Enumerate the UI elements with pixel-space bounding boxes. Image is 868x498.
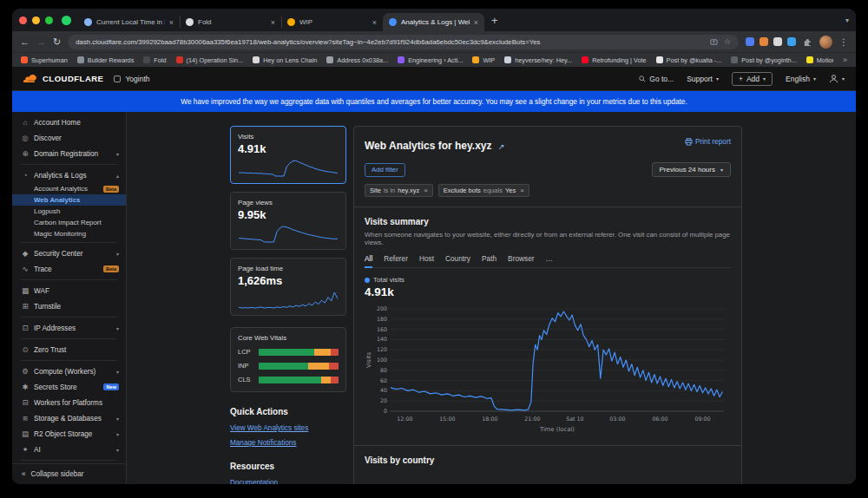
sidebar-item-compute-workers[interactable]: ⚙Compute (Workers)▾	[12, 364, 126, 379]
summary-tab-[interactable]: …	[546, 254, 553, 268]
browser-tab-analytics-logs-web-analy[interactable]: Analytics & Logs | Web Analy...×	[383, 13, 484, 31]
sidebar-item-ip-addresses[interactable]: ⊡IP Addresses▾	[12, 320, 126, 336]
zoom-window-button[interactable]	[45, 16, 53, 24]
bookmark-hey-on-lens-chain[interactable]: Hey on Lens Chain	[253, 56, 317, 64]
bookmark-favicon	[77, 56, 84, 63]
bookmark-builder-rewards[interactable]: Builder Rewards	[77, 56, 135, 64]
bookmark-star-icon[interactable]: ☆	[724, 37, 731, 46]
chip-remove-icon[interactable]: ×	[520, 187, 524, 194]
summary-tab-all[interactable]: All	[365, 254, 372, 268]
external-link-icon[interactable]: ↗	[498, 142, 505, 151]
sidebar-item-security-center[interactable]: ◆Security Center▾	[12, 246, 126, 261]
sidebar-item-analytics-logs[interactable]: ◔Analytics & Logs▴	[12, 167, 126, 183]
bookmark-post-by-kualta[interactable]: Post by @kualta -...	[656, 56, 722, 64]
tab-close-icon[interactable]: ×	[271, 18, 275, 27]
support-menu[interactable]: Support ▾	[687, 75, 719, 83]
tab-close-icon[interactable]: ×	[474, 18, 478, 27]
new-tab-button[interactable]: +	[491, 14, 498, 27]
account-switcher[interactable]: Yoginth	[114, 75, 149, 83]
profile-avatar[interactable]	[819, 36, 832, 49]
sidebar-item-logpush[interactable]: Logpush	[12, 206, 126, 217]
add-label: Add	[746, 75, 760, 83]
page-views-card[interactable]: Page views 9.95k	[230, 192, 346, 250]
sidebar-item-account-analytics[interactable]: Account AnalyticsBeta	[12, 183, 126, 194]
goto-search[interactable]: Go to...	[639, 75, 674, 83]
summary-tab-host[interactable]: Host	[419, 254, 434, 268]
extension-icon-4[interactable]	[787, 37, 796, 46]
bookmark-fold[interactable]: Fold	[143, 56, 166, 64]
sidebar-item-zero-trust[interactable]: ⊙Zero Trust	[12, 342, 126, 357]
summary-tab-country[interactable]: Country	[445, 254, 470, 268]
tab-close-icon[interactable]: ×	[372, 18, 377, 27]
sidebar-item-discover[interactable]: ◎Discover	[12, 130, 126, 146]
sidebar-item-workers-for-platforms[interactable]: ⊟Workers for Platforms	[12, 395, 126, 410]
link-manage-notifications[interactable]: Manage Notifications	[230, 439, 296, 447]
filter-chip-site[interactable]: Siteis inhey.xyz×	[365, 184, 433, 197]
page-load-time-card[interactable]: Page load time 1,626ms	[230, 258, 346, 316]
sidebar-item-trace[interactable]: ∿TraceBeta	[12, 261, 126, 277]
extension-icon-2[interactable]	[760, 37, 768, 46]
filter-chip-exclude-bots[interactable]: Exclude botsequalsYes×	[438, 184, 529, 197]
bookmark-motion-for-react-a[interactable]: Motion for React a...	[806, 56, 833, 64]
search-icon	[639, 75, 646, 82]
sidebar-item-account-home[interactable]: ⌂Account Home	[12, 115, 126, 130]
tab-search-chevron-icon[interactable]: ▾	[845, 16, 849, 24]
bookmark-heyverse-hey-hey[interactable]: heyverse/hey: Hey...	[504, 56, 572, 64]
browser-menu-icon[interactable]: ⋮	[839, 37, 848, 47]
sidebar-item-magic-monitoring[interactable]: Magic Monitoring	[12, 228, 126, 239]
extension-icon-1[interactable]	[746, 37, 754, 46]
print-report-link[interactable]: Print report	[685, 137, 731, 146]
sidebar-item-domain-registration[interactable]: ⊕Domain Registration▾	[12, 146, 126, 161]
sidebar-item-ai[interactable]: ✦AI▾	[12, 442, 126, 457]
core-web-vitals-card[interactable]: Core Web Vitals LCPINPCLS	[230, 327, 346, 392]
tab-close-icon[interactable]: ×	[169, 18, 174, 27]
bookmark-retrofunding-vote[interactable]: Retrofunding | Vote	[582, 56, 646, 64]
collapse-sidebar-button[interactable]: « Collapse sidebar	[12, 463, 126, 484]
summary-tab-browser[interactable]: Browser	[508, 254, 534, 268]
sidebar-item-carbon-impact-report[interactable]: Carbon Impact Report	[12, 217, 126, 228]
bookmark-wip[interactable]: WIP	[472, 56, 495, 64]
extension-icon-3[interactable]	[773, 37, 782, 46]
bookmark-post-by-yoginth[interactable]: Post by @yoginth...	[731, 56, 796, 64]
add-button[interactable]: + Add ▾	[732, 72, 773, 86]
summary-tab-referer[interactable]: Referer	[384, 254, 408, 268]
bookmark-14-operation-sin[interactable]: (14) Operation Sin...	[176, 56, 244, 64]
user-menu[interactable]: ▾	[829, 74, 845, 83]
chip-remove-icon[interactable]: ×	[424, 187, 428, 194]
bookmarks-overflow-chevron[interactable]: »	[843, 56, 847, 64]
add-filter-button[interactable]: Add filter	[365, 163, 405, 177]
bookmark-label: Engineering › Acti...	[408, 56, 463, 64]
link-documentation[interactable]: Documentation	[230, 479, 278, 484]
close-window-button[interactable]	[19, 16, 27, 24]
visits-card[interactable]: Visits 4.91k	[230, 126, 346, 184]
forward-button[interactable]: →	[36, 37, 46, 47]
extensions-puzzle-icon[interactable]	[803, 37, 812, 47]
sidebar-item-turnstile[interactable]: ⊞Turnstile	[12, 298, 126, 314]
tab-title: WIP	[299, 18, 368, 26]
browser-tab-fold[interactable]: Fold×	[180, 13, 281, 31]
cloudflare-logo[interactable]: CLOUDFLARE	[23, 74, 103, 83]
bookmark-address-0x038a[interactable]: Address 0x038a...	[326, 56, 388, 64]
reload-button[interactable]: ↻	[53, 37, 61, 47]
send-to-device-icon[interactable]	[710, 38, 718, 46]
sidebar-item-storage-databases[interactable]: ≋Storage & Databases▾	[12, 410, 126, 426]
sidebar-item-waf[interactable]: ▦WAF	[12, 283, 126, 298]
sidebar-item-r2-object-storage[interactable]: ▤R2 Object Storage▾	[12, 426, 126, 442]
metrics-column: Visits 4.91k Page views 9.95k Page load …	[230, 126, 346, 484]
language-menu[interactable]: English ▾	[786, 75, 816, 83]
time-range-select[interactable]: Previous 24 hours ▾	[652, 162, 732, 177]
bookmark-engineering-acti[interactable]: Engineering › Acti...	[398, 56, 463, 64]
address-bar[interactable]: dash.cloudflare.com/399292baad78b30006aa…	[68, 35, 739, 49]
minimize-window-button[interactable]	[32, 16, 40, 24]
svg-text:18:00: 18:00	[482, 416, 497, 422]
sidebar-item-web-analytics[interactable]: Web Analytics	[12, 194, 126, 206]
pinned-tab-whatsapp[interactable]	[62, 16, 71, 25]
link-view-web-analytics-sites[interactable]: View Web Analytics sites	[230, 424, 308, 432]
bookmark-superhuman[interactable]: Superhuman	[21, 56, 68, 64]
chevron-down-icon: ▾	[763, 75, 766, 82]
browser-tab-wip[interactable]: WIP×	[281, 13, 383, 31]
browser-tab-current-local-time-in-benga[interactable]: Current Local Time in Benga...×	[78, 13, 180, 31]
sidebar-item-secrets-store[interactable]: ✱Secrets StoreNew	[12, 379, 126, 395]
summary-tab-path[interactable]: Path	[482, 254, 496, 268]
back-button[interactable]: ←	[20, 37, 30, 47]
